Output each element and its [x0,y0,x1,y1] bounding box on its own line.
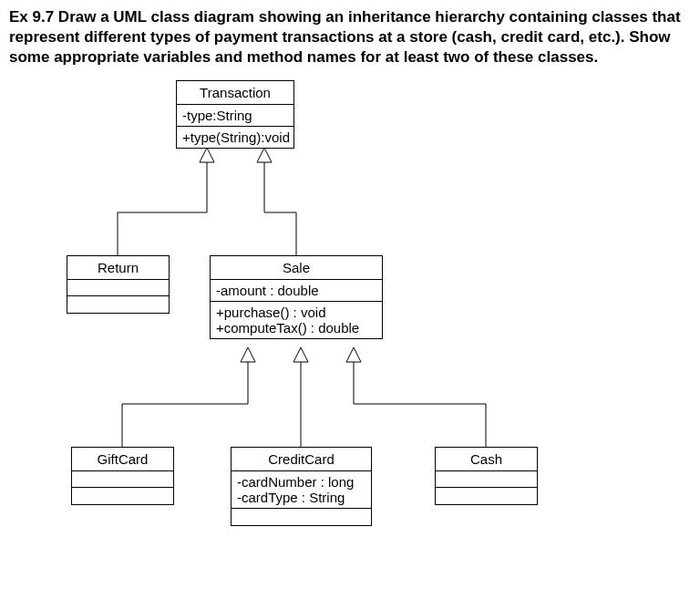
class-methods: +type(String):void [177,127,293,148]
class-name: Transaction [177,81,293,105]
class-attributes [72,471,173,488]
class-methods [72,488,173,504]
uml-class-transaction: Transaction -type:String +type(String):v… [176,80,294,149]
uml-class-creditcard: CreditCard -cardNumber : long -cardType … [231,447,372,526]
class-name: Cash [436,448,537,471]
inheritance-arrow-icon [346,347,361,362]
class-methods [232,509,371,525]
inheritance-arrow-icon [200,148,214,162]
class-methods [67,296,169,313]
class-methods: +purchase() : void +computeTax() : doubl… [211,302,382,338]
attribute: -amount : double [216,283,376,298]
attribute: -type:String [182,108,288,123]
class-methods [436,488,537,504]
class-attributes [67,280,169,296]
inheritance-arrow-icon [293,347,308,362]
attribute: -cardNumber : long [237,474,365,490]
uml-class-cash: Cash [435,447,538,505]
class-name: Return [67,256,169,280]
method: +type(String):void [182,129,288,145]
class-attributes: -cardNumber : long -cardType : String [232,471,371,509]
uml-diagram: Transaction -type:String +type(String):v… [9,80,691,573]
class-attributes [436,471,537,488]
class-name: CreditCard [232,448,371,471]
class-name: Sale [211,256,382,280]
class-attributes: -amount : double [211,280,382,302]
uml-class-return: Return [67,255,170,314]
method: +purchase() : void [216,305,376,320]
uml-class-giftcard: GiftCard [71,447,174,505]
exercise-header: Ex 9.7 Draw a UML class diagram showing … [9,7,691,67]
class-name: GiftCard [72,448,173,471]
class-attributes: -type:String [177,105,293,127]
uml-class-sale: Sale -amount : double +purchase() : void… [210,255,383,339]
method: +computeTax() : double [216,320,376,336]
inheritance-arrow-icon [257,148,272,162]
attribute: -cardType : String [237,490,365,505]
inheritance-arrow-icon [241,347,255,362]
